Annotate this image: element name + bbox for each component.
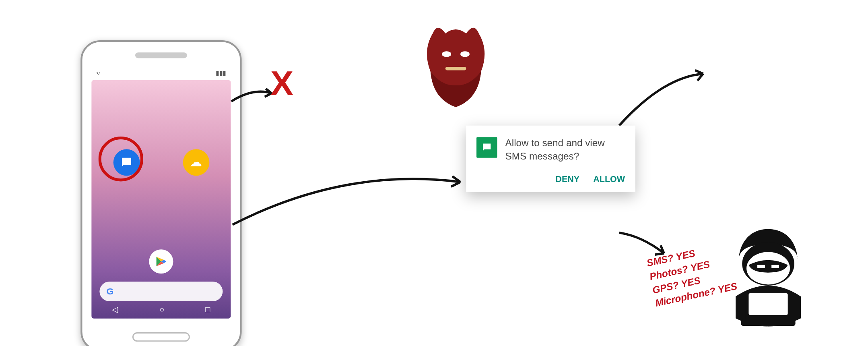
status-bar: ᯤ ▮▮▮	[91, 70, 231, 80]
signal-icon: ᯤ	[96, 70, 103, 80]
svg-rect-2	[445, 67, 466, 70]
phone-home-button	[132, 332, 190, 342]
permission-text: Allow to send and view SMS messages?	[505, 137, 625, 164]
svg-rect-9	[771, 265, 779, 268]
arrow-to-legit-app	[617, 68, 709, 134]
svg-rect-8	[757, 265, 765, 268]
svg-point-3	[485, 146, 486, 147]
play-store-icon[interactable]	[149, 249, 173, 273]
phone-homescreen: ᯤ ▮▮▮ ☁ G ◁ ○ □	[80, 40, 241, 346]
arrow-1-top	[230, 85, 276, 111]
weather-app-icon[interactable]: ☁	[183, 149, 209, 176]
svg-point-5	[488, 146, 489, 147]
nav-recent-icon[interactable]: □	[205, 305, 210, 314]
nav-home-icon[interactable]: ○	[159, 305, 164, 314]
svg-point-4	[486, 146, 487, 147]
hacker-icon	[719, 226, 817, 337]
permission-dialog: Allow to send and view SMS messages? DEN…	[466, 126, 635, 192]
devil-malware-icon	[421, 22, 491, 110]
svg-rect-12	[741, 319, 796, 326]
arrow-1-bottom	[230, 161, 466, 232]
nav-back-icon[interactable]: ◁	[112, 305, 118, 314]
android-nav-bar: ◁ ○ □	[91, 301, 231, 317]
allow-button[interactable]: ALLOW	[593, 174, 625, 184]
phone-earpiece	[135, 52, 187, 58]
google-g-icon: G	[107, 286, 114, 297]
homescreen: ☁ G	[91, 80, 231, 319]
google-search-bar[interactable]: G	[99, 282, 223, 301]
svg-point-1	[460, 51, 470, 57]
sms-permission-icon	[476, 137, 497, 157]
highlight-circle	[99, 137, 144, 182]
svg-rect-11	[748, 293, 788, 315]
red-x-mark: X	[270, 63, 293, 103]
battery-icon: ▮▮▮	[216, 70, 226, 80]
svg-point-0	[442, 51, 451, 57]
deny-button[interactable]: DENY	[555, 174, 579, 184]
